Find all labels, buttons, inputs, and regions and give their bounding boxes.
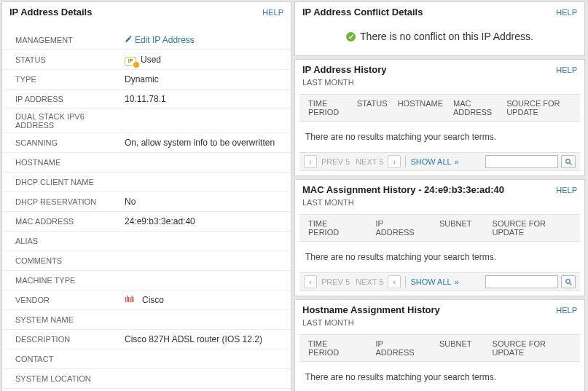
col: MAC ADDRESS [453,99,496,116]
help-link[interactable]: HELP [262,8,283,17]
ip-history-columns: TIME PERIOD STATUS HOSTNAME MAC ADDRESS … [299,94,580,122]
ip-details-title: IP Address Details [9,7,92,17]
label-system-location: SYSTEM LOCATION [15,374,125,383]
value-type: Dynamic [125,74,159,84]
help-link[interactable]: HELP [556,8,577,17]
show-all-link[interactable]: SHOW ALL » [410,157,458,166]
cisco-icon: ılıılı [125,296,138,304]
value-dhcp-res: No [125,197,136,207]
label-scanning: SCANNING [15,138,125,147]
mac-history-columns: TIME PERIOD IP ADDRESS SUBNET SOURCE FOR… [299,214,580,242]
next-button[interactable]: › [388,275,401,288]
prev-label: PREV 5 [320,277,351,286]
value-vendor: Cisco [142,295,164,305]
col: STATUS [357,99,388,116]
svg-line-3 [569,283,571,285]
col: HOSTNAME [398,99,443,116]
hostname-history-sub: LAST MONTH [295,318,584,331]
col: IP ADDRESS [376,339,419,357]
hostname-history-title: Hostname Assignment History [302,304,440,315]
label-status: STATUS [15,55,125,64]
label-system-name: SYSTEM NAME [15,315,125,324]
value-description: Cisco 827H ADSL router (IOS 12.2) [125,334,262,344]
value-mac: 24:e9:b3:3e:ad:40 [125,216,195,226]
label-mac: MAC ADDRESS [15,217,125,226]
label-vendor: VENDOR [15,296,125,304]
value-scanning: On, allow system info to be overwritten [125,138,275,148]
ip-history-sub: LAST MONTH [295,78,584,91]
double-chevron-icon: » [455,277,459,286]
hostname-history-panel: Hostname Assignment History HELP LAST MO… [294,299,585,391]
label-hostname: HOSTNAME [15,158,125,167]
next-label: NEXT 5 [354,277,385,286]
col: SOURCE FOR UPDATE [506,99,571,116]
label-dhcp-client: DHCP CLIENT NAME [15,178,125,186]
ok-icon [346,32,356,42]
help-link[interactable]: HELP [556,66,577,74]
label-description: DESCRIPTION [15,335,125,344]
next-button[interactable]: › [388,155,401,168]
pager-search-button[interactable] [561,155,576,168]
prev-label: PREV 5 [320,157,351,166]
value-ip: 10.11.78.1 [125,94,166,104]
pager-search-input[interactable] [485,155,558,168]
status-dot-icon [133,62,139,68]
prev-button[interactable]: ‹ [304,155,317,168]
conflict-title: IP Address Conflict Details [302,7,423,17]
col: TIME PERIOD [308,339,356,357]
pager-search-input[interactable] [485,275,558,288]
svg-point-2 [565,279,570,283]
prev-button[interactable]: ‹ [304,275,317,288]
col: TIME PERIOD [308,99,347,116]
label-dhcp-res: DHCP RESERVATION [15,197,125,206]
ip-conflict-panel: IP Address Conflict Details HELP There i… [294,1,585,56]
edit-ip-link[interactable]: Edit IP Address [125,35,195,45]
col: IP ADDRESS [376,219,419,237]
double-chevron-icon: » [455,157,459,166]
label-comments: COMMENTS [15,256,125,265]
label-management: MANAGEMENT [15,36,125,44]
mac-history-empty: There are no results matching your searc… [295,242,584,272]
pager-search-button[interactable] [561,275,576,288]
mac-history-panel: MAC Assignment History - 24:e9:b3:3e:ad:… [294,179,585,296]
col: SUBNET [439,219,472,237]
label-contact: CONTACT [15,355,125,363]
edit-ip-label: Edit IP Address [135,35,195,45]
help-link[interactable]: HELP [556,186,577,194]
value-status: Used [141,55,161,65]
ip-history-panel: IP Address History HELP LAST MONTH TIME … [294,59,585,176]
col: TIME PERIOD [308,219,356,237]
label-type: TYPE [15,75,125,84]
hostname-history-empty: There are no results matching your searc… [295,362,584,391]
pencil-icon [125,35,133,45]
ip-history-empty: There are no results matching your searc… [295,122,584,152]
hostname-history-columns: TIME PERIOD IP ADDRESS SUBNET SOURCE FOR… [299,334,580,362]
label-machine-type: MACHINE TYPE [15,276,125,285]
ip-history-title: IP Address History [302,64,387,75]
ip-history-pager: ‹ PREV 5 NEXT 5 › SHOW ALL » [299,152,580,171]
svg-point-0 [565,159,570,163]
col: SUBNET [439,339,472,357]
label-ip: IP ADDRESS [15,95,125,103]
mac-history-pager: ‹ PREV 5 NEXT 5 › SHOW ALL » [299,272,580,291]
mac-history-title: MAC Assignment History - 24:e9:b3:3e:ad:… [302,184,504,195]
search-icon [565,278,573,286]
svg-line-1 [569,162,571,165]
col: SOURCE FOR UPDATE [493,219,571,237]
ip-address-details-panel: IP Address Details HELP MANAGEMENT Edit … [1,1,291,391]
search-icon [565,158,573,166]
mac-history-sub: LAST MONTH [295,198,584,211]
next-label: NEXT 5 [354,157,385,166]
conflict-message: There is no conflict on this IP Address. [360,31,533,42]
help-link[interactable]: HELP [556,306,577,315]
label-alias: ALIAS [15,237,125,245]
show-all-link[interactable]: SHOW ALL » [410,277,458,286]
label-dual-ipv6: DUAL STACK IPV6 ADDRESS [15,112,125,130]
col: SOURCE FOR UPDATE [493,339,571,357]
